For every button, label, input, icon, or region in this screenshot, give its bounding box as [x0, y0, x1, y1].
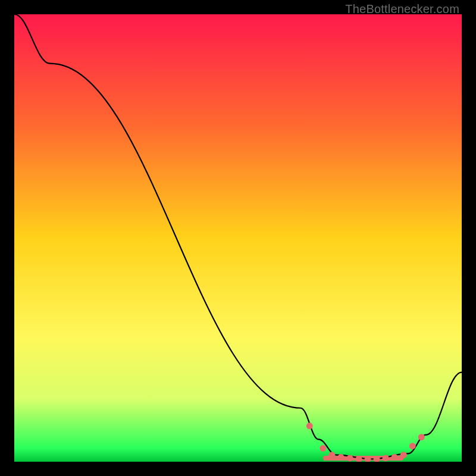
highlight-dot: [418, 434, 425, 440]
highlight-dot: [383, 455, 389, 461]
gradient-background: [14, 14, 462, 462]
highlight-dot: [337, 454, 344, 461]
chart-svg: [14, 14, 462, 462]
chart-area: [14, 14, 462, 462]
highlight-dot: [392, 454, 398, 461]
highlight-dot: [400, 452, 407, 458]
highlight-dot: [306, 422, 313, 429]
highlight-dot: [320, 445, 326, 452]
highlight-dot: [409, 443, 416, 449]
highlight-dot: [347, 455, 353, 461]
highlight-dot: [328, 452, 335, 458]
